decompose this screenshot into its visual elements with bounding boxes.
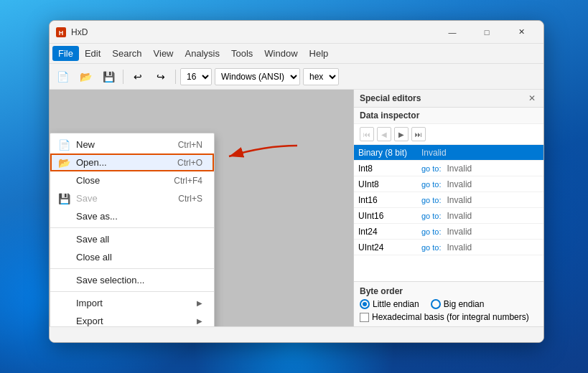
data-inspector-nav: ⏮ ◀ ▶ ⏭ xyxy=(354,124,543,145)
data-inspector-title: Data inspector xyxy=(354,108,543,124)
table-row[interactable]: UInt16 go to: Invalid xyxy=(354,208,543,224)
file-menu-save-selection[interactable]: Save selection... xyxy=(50,271,214,289)
toolbar-open-btn[interactable]: 📂 xyxy=(75,67,95,86)
toolbar-redo-btn[interactable]: ↪ xyxy=(151,67,171,86)
data-type-label: Int24 xyxy=(354,227,419,237)
little-endian-radio[interactable] xyxy=(360,299,370,309)
menu-analysis[interactable]: Analysis xyxy=(179,46,225,61)
file-menu-save[interactable]: 💾 Save Ctrl+S xyxy=(50,189,214,207)
toolbar-save-btn[interactable]: 💾 xyxy=(98,67,118,86)
save-selection-label: Save selection... xyxy=(76,275,144,285)
file-menu-export[interactable]: Export ▶ xyxy=(50,312,214,326)
goto-link[interactable]: go to: xyxy=(419,196,444,204)
import-label: Import xyxy=(76,298,103,308)
menu-window[interactable]: Window xyxy=(258,46,303,61)
close-button[interactable]: ✕ xyxy=(505,22,538,42)
open-icon: 📂 xyxy=(57,156,70,169)
import-icon xyxy=(57,297,70,310)
menu-bar: File Edit Search View Analysis Tools Win… xyxy=(50,44,543,64)
new-shortcut: Ctrl+N xyxy=(178,140,202,150)
goto-link[interactable]: go to: xyxy=(419,243,444,252)
import-arrow-icon: ▶ xyxy=(197,299,202,307)
file-menu-close-all[interactable]: Close all xyxy=(50,248,214,266)
file-menu-save-all[interactable]: Save all xyxy=(50,230,214,248)
close-label: Close xyxy=(76,175,100,186)
special-editors-footer: Byte order Little endian Big endian Hexa… xyxy=(354,281,543,326)
data-type-label: UInt16 xyxy=(354,211,419,221)
table-row[interactable]: UInt8 go to: Invalid xyxy=(354,176,543,192)
close-shortcut: Ctrl+F4 xyxy=(174,176,202,186)
file-menu-close[interactable]: Close Ctrl+F4 xyxy=(50,171,214,189)
save-label: Save xyxy=(76,193,98,204)
export-icon xyxy=(57,315,70,327)
toolbar: 📄 📂 💾 ↩ ↪ 16 Windows (ANSI) hex xyxy=(50,64,543,90)
file-menu-save-as[interactable]: Save as... xyxy=(50,207,214,225)
nav-last-btn[interactable]: ⏭ xyxy=(411,127,426,141)
save-shortcut: Ctrl+S xyxy=(178,194,202,204)
table-row[interactable]: Binary (8 bit) Invalid xyxy=(354,145,543,161)
toolbar-sep-1 xyxy=(123,70,123,84)
big-endian-radio[interactable] xyxy=(431,299,441,309)
toolbar-undo-btn[interactable]: ↩ xyxy=(128,67,148,86)
byte-order-group: Little endian Big endian xyxy=(360,299,538,309)
big-endian-label[interactable]: Big endian xyxy=(431,299,485,309)
close-all-label: Close all xyxy=(76,252,112,263)
export-arrow-icon: ▶ xyxy=(197,317,202,325)
data-type-label: UInt24 xyxy=(354,242,419,252)
nav-next-btn[interactable]: ▶ xyxy=(394,127,409,141)
little-endian-text: Little endian xyxy=(373,299,419,309)
file-menu-new[interactable]: 📄 New Ctrl+N xyxy=(50,136,214,154)
nav-prev-btn[interactable]: ◀ xyxy=(377,127,391,141)
new-icon: 📄 xyxy=(57,138,70,151)
main-window: H HxD — □ ✕ File Edit Search View Analys… xyxy=(49,20,544,343)
window-title: HxD xyxy=(71,27,436,37)
data-value-label: Invalid xyxy=(419,148,543,158)
goto-link[interactable]: go to: xyxy=(419,164,444,173)
mode-select[interactable]: hex xyxy=(303,68,339,85)
goto-link[interactable]: go to: xyxy=(419,227,444,236)
special-editors-close-btn[interactable]: ✕ xyxy=(526,93,538,104)
goto-link[interactable]: go to: xyxy=(419,212,444,220)
hex-checkbox-container[interactable]: Hexadecimal basis (for integral numbers) xyxy=(360,312,538,322)
menu-help[interactable]: Help xyxy=(304,46,335,61)
toolbar-new-btn[interactable]: 📄 xyxy=(52,67,73,86)
open-label: Open... xyxy=(76,157,107,168)
encoding-select[interactable]: Windows (ANSI) xyxy=(215,68,300,85)
menu-view[interactable]: View xyxy=(148,46,179,61)
hex-checkbox-box[interactable] xyxy=(360,313,369,322)
table-row[interactable]: Int16 go to: Invalid xyxy=(354,192,543,208)
nav-first-btn[interactable]: ⏮ xyxy=(360,127,374,141)
window-controls: — □ ✕ xyxy=(436,22,538,42)
special-editors-header: Special editors ✕ xyxy=(354,90,543,108)
byte-order-title: Byte order xyxy=(360,286,538,296)
goto-link[interactable]: go to: xyxy=(419,180,444,189)
svg-text:H: H xyxy=(59,29,64,37)
hex-checkbox-label: Hexadecimal basis (for integral numbers) xyxy=(372,312,529,322)
separator-3 xyxy=(50,291,214,292)
content-area: 📄 New Ctrl+N 📂 Open... Ctrl+O Close Ctrl… xyxy=(50,90,543,326)
save-as-icon xyxy=(57,210,70,223)
file-menu-open[interactable]: 📂 Open... Ctrl+O xyxy=(50,154,214,171)
little-endian-label[interactable]: Little endian xyxy=(360,299,419,309)
special-editors-title: Special editors xyxy=(360,93,421,103)
save-icon: 💾 xyxy=(57,192,70,205)
table-row[interactable]: Int24 go to: Invalid xyxy=(354,224,543,240)
save-as-label: Save as... xyxy=(76,211,118,222)
data-value-label: Invalid xyxy=(444,242,543,252)
table-row[interactable]: UInt24 go to: Invalid xyxy=(354,240,543,255)
menu-tools[interactable]: Tools xyxy=(225,46,258,61)
status-bar xyxy=(50,326,543,342)
big-endian-text: Big endian xyxy=(444,299,485,309)
close-icon xyxy=(57,174,70,187)
special-editors-panel: Special editors ✕ Data inspector ⏮ ◀ ▶ ⏭… xyxy=(353,90,543,326)
table-row[interactable]: Int8 go to: Invalid xyxy=(354,161,543,176)
file-menu-import[interactable]: Import ▶ xyxy=(50,294,214,312)
menu-edit[interactable]: Edit xyxy=(79,46,106,61)
menu-search[interactable]: Search xyxy=(106,46,147,61)
maximize-button[interactable]: □ xyxy=(470,22,503,42)
menu-file[interactable]: File xyxy=(52,46,79,61)
minimize-button[interactable]: — xyxy=(436,22,469,42)
data-inspector-table: Binary (8 bit) Invalid Int8 go to: Inval… xyxy=(354,145,543,281)
separator-1 xyxy=(50,227,214,228)
columns-select[interactable]: 16 xyxy=(180,68,212,85)
